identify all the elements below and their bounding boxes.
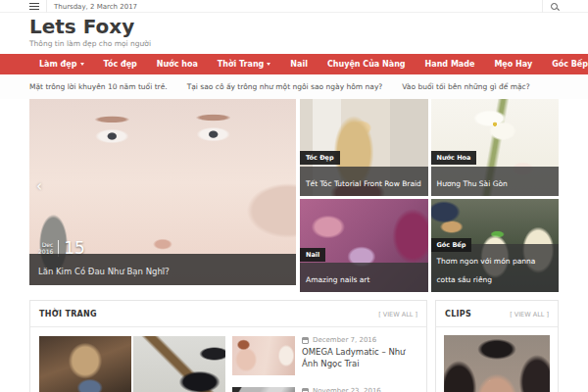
top-bar: Thursday, 2 March 2017 <box>0 0 588 13</box>
post-thumbnail[interactable] <box>232 336 295 375</box>
featured-month: Dec <box>42 241 54 248</box>
nav-item-nail[interactable]: Nail <box>280 54 318 74</box>
site-header: Lets Foxy Thông tin làm đẹp cho mọi ngườ… <box>0 13 588 54</box>
category-badge[interactable]: Tóc Đẹp <box>300 151 340 165</box>
grid-post-goc-bep[interactable]: Góc Bếp Thơm ngon với món panna cotta sầ… <box>431 199 560 292</box>
nav-item-thoi-trang[interactable]: Thời Trang <box>208 54 281 74</box>
fashion-thumb[interactable] <box>39 336 131 392</box>
divider <box>46 0 47 13</box>
calendar-icon <box>302 388 309 392</box>
site-tagline: Thông tin làm đẹp cho mọi người <box>29 39 559 48</box>
post-title[interactable]: Hương Thu Sài Gòn <box>437 179 508 188</box>
clips-section: CLIPS [ VIEW ALL ] <box>435 300 559 392</box>
fashion-post-list: December 7, 2016 OMEGA Ladymatic – Như Á… <box>232 336 417 392</box>
search-icon[interactable] <box>550 2 559 11</box>
nav-item-lam-dep[interactable]: Làm đẹp <box>29 54 94 74</box>
post-title[interactable]: Thơm ngon với món panna cotta sầu riêng <box>437 257 536 284</box>
clip-thumbnail[interactable] <box>444 335 550 392</box>
main-content: ‹ Dec 2016 15 Lăn Kim Có Đau Như Bạn Ngh… <box>29 99 559 392</box>
grid-post-toc-dep[interactable]: Tóc Đẹp Tết Tóc Tutorial Front Row Braid <box>300 99 428 196</box>
category-badge[interactable]: Nail <box>300 248 325 262</box>
nav-item-hand-made[interactable]: Hand Made <box>416 54 485 74</box>
nav-item-chuyen-cua-nang[interactable]: Chuyện Của Nàng <box>318 54 416 74</box>
category-badge[interactable]: Nước Hoa <box>431 151 477 165</box>
section-title-thoi-trang: THỜI TRANG <box>39 310 97 318</box>
featured-slider[interactable]: ‹ Dec 2016 15 Lăn Kim Có Đau Như Bạn Ngh… <box>29 99 296 285</box>
ticker-link[interactable]: Tại sao cô ấy trông như một ngôi sao ngà… <box>187 82 383 91</box>
grid-post-nail[interactable]: Nail Amazing nails art <box>300 199 428 292</box>
category-badge[interactable]: Góc Bếp <box>431 238 472 252</box>
calendar-icon <box>302 337 309 344</box>
divider <box>542 0 543 13</box>
current-date: Thursday, 2 March 2017 <box>54 3 137 11</box>
nav-item-meo-hay[interactable]: Mẹo Hay <box>484 54 542 74</box>
post-date: November 23, 2016 <box>313 387 381 392</box>
fashion-thumb[interactable] <box>133 336 225 392</box>
hamburger-menu-icon[interactable] <box>29 3 39 10</box>
view-all-link[interactable]: [ VIEW ALL ] <box>510 311 549 318</box>
post-title[interactable]: Amazing nails art <box>306 275 369 284</box>
post-title[interactable]: Tết Tóc Tutorial Front Row Braid <box>306 179 421 188</box>
post-thumbnail[interactable] <box>232 387 295 392</box>
news-ticker: Mặt trông lời khuyên 10 năm tuổi trẻ. Tạ… <box>0 74 588 99</box>
carousel-prev-icon[interactable]: ‹ <box>36 179 42 194</box>
nav-item-toc-dep[interactable]: Tóc đẹp <box>94 54 147 74</box>
ticker-link[interactable]: Vào buổi tối bên những gì để mặc? <box>402 82 529 91</box>
section-title-clips: CLIPS <box>445 310 471 318</box>
post-title[interactable]: OMEGA Ladymatic – Như Ánh Ngọc Trai <box>302 347 417 370</box>
fashion-thumbnails <box>39 336 225 392</box>
nav-item-nuoc-hoa[interactable]: Nước hoa <box>147 54 208 74</box>
page: Thursday, 2 March 2017 Lets Foxy Thông t… <box>0 0 588 392</box>
fashion-section: THỜI TRANG [ VIEW ALL ] <box>29 300 427 392</box>
ticker-link[interactable]: Mặt trông lời khuyên 10 năm tuổi trẻ. <box>29 82 168 91</box>
list-item[interactable]: November 23, 2016 Những Mẫu Váy Cưới Đẹp… <box>232 387 417 392</box>
featured-title[interactable]: Lăn Kim Có Đau Như Bạn Nghĩ? <box>38 267 170 276</box>
main-navigation: Làm đẹp Tóc đẹp Nước hoa Thời Trang Nail… <box>0 54 588 74</box>
site-logo[interactable]: Lets Foxy <box>29 16 559 37</box>
list-item[interactable]: December 7, 2016 OMEGA Ladymatic – Như Á… <box>232 336 417 375</box>
chevron-down-icon <box>80 63 84 66</box>
featured-grid: Tóc Đẹp Tết Tóc Tutorial Front Row Braid… <box>300 99 559 292</box>
chevron-down-icon <box>267 63 270 66</box>
nav-item-goc-bep[interactable]: Góc Bếp <box>542 54 588 74</box>
featured-title-bar: Lăn Kim Có Đau Như Bạn Nghĩ? <box>29 254 296 285</box>
post-date: December 7, 2016 <box>313 336 376 344</box>
view-all-link[interactable]: [ VIEW ALL ] <box>378 311 417 318</box>
grid-post-nuoc-hoa[interactable]: Nước Hoa Hương Thu Sài Gòn <box>431 99 560 196</box>
